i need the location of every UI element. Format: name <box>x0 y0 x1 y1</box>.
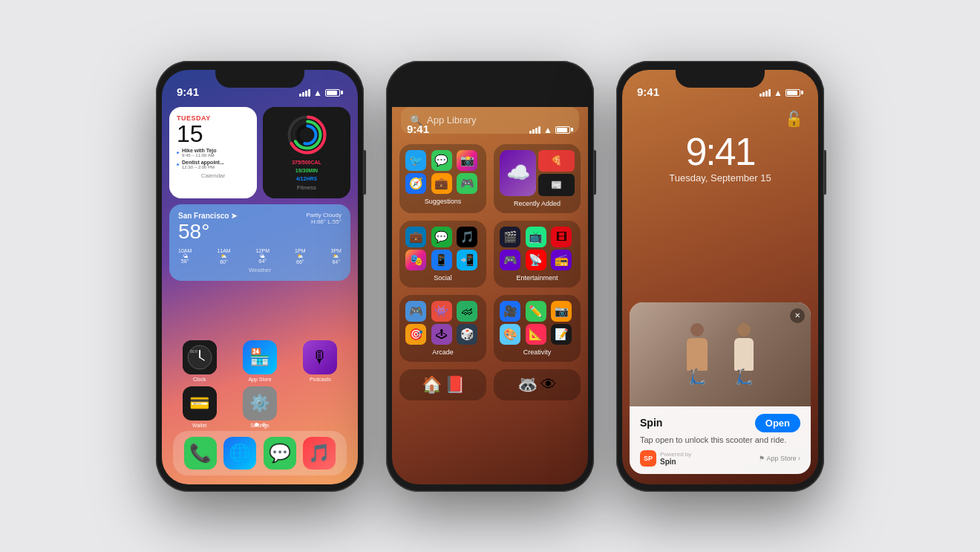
fitness-stats: 375/500CAL 19/30MIN 4/12HRS <box>292 158 321 184</box>
f1-time: 10AM <box>178 248 192 253</box>
folder-suggestions-apps: 🐦 💬 📸 🧭 💼 🎮 <box>405 150 480 194</box>
weather-temp: 58° <box>178 220 237 244</box>
bottom-icon-3: 🦝 <box>517 375 538 394</box>
bottom-icon-4: 👁 <box>540 375 557 394</box>
f3-temp: 64° <box>256 259 270 264</box>
event-dot-2 <box>177 163 179 166</box>
app-settings[interactable]: ⚙️ Settings <box>243 386 277 428</box>
widget-fitness[interactable]: 375/500CAL 19/30MIN 4/12HRS Fitness <box>263 107 350 199</box>
event-2-time: 12:30 – 2:00 PM <box>182 165 224 169</box>
signal-icon-2 <box>529 126 540 134</box>
settings-icon-img: ⚙️ <box>243 386 277 421</box>
person-2-head <box>737 323 751 337</box>
status-time-3: 9:41 <box>637 85 659 98</box>
status-icons-2: ▲ <box>529 125 573 135</box>
dock-safari[interactable]: 🌐 <box>223 437 256 470</box>
bar3-2 <box>535 128 538 134</box>
creativity-icon2: ✏️ <box>526 301 546 322</box>
forecast-2: 11AM ⛅ 60° <box>217 248 230 264</box>
bottom-icon-1: 🏠 <box>422 375 442 394</box>
creativity-icon6: 📝 <box>551 324 572 345</box>
folder-entertainment[interactable]: 🎬 📺 🎞 🎮 📡 📻 Entertainment <box>494 221 581 288</box>
dot-1 <box>255 423 258 426</box>
ent-icon4: 🎮 <box>500 250 520 270</box>
appstore-icon-img: 🏪 <box>243 340 277 374</box>
clock-icon-img: BER <box>183 340 217 374</box>
clock-label: Clock <box>193 377 206 382</box>
f5-icon: ⛅ <box>331 253 342 259</box>
forecast-1: 10AM 🌤 58° <box>178 248 192 264</box>
f4-temp: 66° <box>295 259 305 264</box>
event-1-title: Hike with Tejo <box>182 148 217 153</box>
home-screen-bg: 9:41 ▲ <box>162 70 358 484</box>
phone-2: 9:41 ▲ 🔍 Ap <box>386 61 594 492</box>
folder-entertainment-label: Entertainment <box>500 274 575 282</box>
weather-city: San Francisco ➤ <box>178 212 237 220</box>
svg-text:BER: BER <box>190 349 198 354</box>
app-clock[interactable]: BER Clock <box>183 340 217 382</box>
notif-open-button[interactable]: Open <box>755 414 800 432</box>
cal-event-1: Hike with Tejo 9:45 – 11:00 AM <box>177 148 249 158</box>
youtube-icon: 📡 <box>526 250 546 270</box>
dock-music[interactable]: 🎵 <box>303 437 336 470</box>
folder-recently-added[interactable]: ☁️ 🍕 📰 Recently Added <box>494 144 581 213</box>
powered-app: Spin <box>660 458 691 466</box>
bar1-3 <box>760 94 762 97</box>
phone-1: 9:41 ▲ <box>156 61 364 492</box>
safari-icon: 🧭 <box>405 173 426 194</box>
bar4-3 <box>768 89 771 97</box>
forecast-3: 12PM 🌥 64° <box>256 248 270 264</box>
folder-arcade[interactable]: 🎮 👾 🏎 🎯 🕹 🎲 Arcade <box>399 295 486 362</box>
lock-screen-bg: 9:41 ▲ 🔓 9:41 <box>622 70 818 484</box>
signal-icon-3 <box>760 89 771 97</box>
facebook-icon: 📱 <box>431 250 452 270</box>
recently-main-icon: ☁️ <box>500 150 536 196</box>
forecast-5: 3PM ⛅ 64° <box>331 248 342 264</box>
creativity-icon4: 🎨 <box>500 324 520 345</box>
f1-temp: 58° <box>178 259 192 264</box>
min-stat: 19/30MIN <box>292 166 321 175</box>
folder-creativity[interactable]: 🎥 ✏️ 📷 🎨 📐 📝 Creativity <box>494 295 581 362</box>
dock-phone[interactable]: 📞 <box>184 437 217 470</box>
podcasts-label: Podcasts <box>310 377 331 382</box>
wifi-icon-2: ▲ <box>543 125 552 135</box>
app-row-2: 💳 Wallet ⚙️ Settings <box>169 386 350 428</box>
wifi-icon-3: ▲ <box>774 88 783 98</box>
app-appstore[interactable]: 🏪 App Store <box>243 340 277 382</box>
widget-weather[interactable]: San Francisco ➤ 58° Partly Cloudy H:66° … <box>169 204 350 281</box>
event-1-time: 9:45 – 11:00 AM <box>182 153 217 158</box>
person-1-head <box>690 323 704 337</box>
app-placeholder <box>303 386 337 428</box>
creativity-icon3: 📷 <box>551 301 572 322</box>
folder-suggestions[interactable]: 🐦 💬 📸 🧭 💼 🎮 Suggestions <box>399 144 486 213</box>
creativity-icon5: 📐 <box>526 324 546 345</box>
notif-photo-content: 🛴 🛴 <box>630 302 811 406</box>
skype-icon: 📲 <box>457 250 477 270</box>
scooter-1: 🛴 <box>688 368 707 386</box>
linkedin-icon: 💼 <box>405 227 426 247</box>
lock-icon: 🔓 <box>785 110 803 128</box>
notification-card[interactable]: 🛴 🛴 ✕ <box>630 302 811 474</box>
arcade-icon5: 🕹 <box>431 324 452 345</box>
person-2: 🛴 <box>734 323 754 386</box>
notif-powered-by: SP Powered by Spin <box>640 450 691 467</box>
fitness-rings <box>287 114 327 155</box>
scooter-2: 🛴 <box>735 368 754 386</box>
folder-bottom-2: 🦝 👁 <box>494 369 581 400</box>
f2-time: 11AM <box>217 248 230 253</box>
notif-app-row: Spin Open <box>640 414 800 432</box>
appstore-link[interactable]: ⚑ App Store › <box>759 455 800 462</box>
event-dot-1 <box>177 152 179 154</box>
instagram-icon: 📸 <box>457 150 477 171</box>
status-bar-2: 9:41 ▲ <box>392 107 588 140</box>
status-time-1: 9:41 <box>177 85 199 98</box>
folder-recently-label: Recently Added <box>500 200 575 207</box>
notif-close-button[interactable]: ✕ <box>790 308 805 323</box>
folder-entertainment-apps: 🎬 📺 🎞 🎮 📡 📻 <box>500 227 575 270</box>
status-time-2: 9:41 <box>407 123 429 135</box>
dock-messages[interactable]: 💬 <box>264 437 296 470</box>
app-wallet[interactable]: 💳 Wallet <box>183 386 217 428</box>
folder-social[interactable]: 💼 💬 🎵 🎭 📱 📲 Social <box>399 221 486 288</box>
widget-calendar[interactable]: TUESDAY 15 Hike with Tejo 9:45 – 11:00 A… <box>169 107 257 199</box>
app-podcasts[interactable]: 🎙 Podcasts <box>303 340 337 382</box>
